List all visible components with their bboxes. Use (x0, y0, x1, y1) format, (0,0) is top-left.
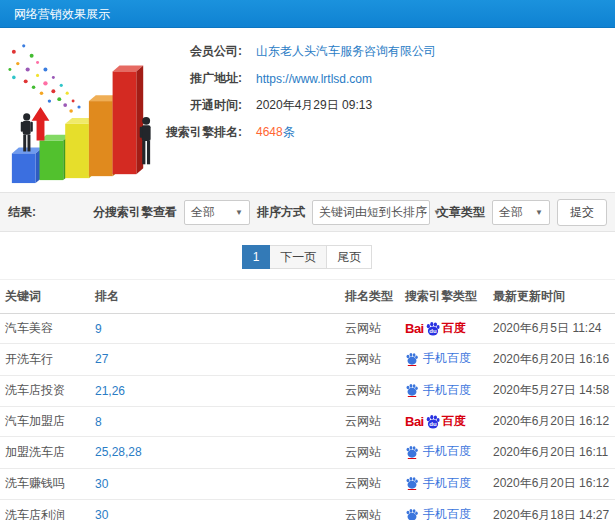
keyword-cell: 洗车店投资 (0, 375, 90, 407)
article-type-select[interactable]: 全部 ▼ (492, 200, 550, 225)
pagination-last-button[interactable]: 尾页 (326, 245, 372, 269)
rank-value-link[interactable]: 27 (95, 352, 108, 366)
rank-type-cell: 云网站 (340, 314, 400, 344)
chevron-down-icon: ▼ (535, 208, 543, 217)
table-row: 加盟洗车店25,28,28云网站手机百度2020年6月20日 16:11 (0, 437, 615, 469)
update-time-cell: 2020年6月20日 16:12 (488, 468, 615, 500)
baidu-paw-icon (405, 508, 419, 520)
col-header-update-time: 最新更新时间 (488, 280, 615, 314)
baidu-paw-icon: du (425, 414, 441, 430)
rank-value-link[interactable]: 30 (95, 477, 108, 491)
engine-type-cell: 手机百度 (400, 344, 488, 376)
mobile-baidu-logo: 手机百度 (405, 443, 471, 460)
keyword-cell: 汽车美容 (0, 314, 90, 344)
sort-value: 关键词由短到长排序 (319, 204, 427, 221)
engine-type-cell: Baidu百度 (400, 314, 488, 344)
engine-filter-label: 分搜索引擎查看 (93, 204, 177, 221)
rank-cell: 9 (90, 314, 340, 344)
table-row: 汽车美容9云网站Baidu百度2020年6月5日 11:24 (0, 314, 615, 344)
rank-value-link[interactable]: 25,28,28 (95, 445, 142, 459)
engine-type-cell: 手机百度 (400, 375, 488, 407)
rank-type-cell: 云网站 (340, 344, 400, 376)
promo-url-label: 推广地址: (160, 70, 242, 87)
baidu-logo: Baidu百度 (405, 320, 466, 337)
engine-rank-label: 搜索引擎排名: (160, 124, 242, 141)
update-time-cell: 2020年5月27日 14:58 (488, 375, 615, 407)
info-section: 会员公司: 山东老人头汽车服务咨询有限公司 推广地址: https://www.… (0, 28, 615, 192)
rank-type-cell: 云网站 (340, 500, 400, 520)
results-table: 关键词 排名 排名类型 搜索引擎类型 最新更新时间 汽车美容9云网站Baidu百… (0, 279, 615, 520)
result-label: 结果: (8, 204, 36, 221)
rank-value-link[interactable]: 9 (95, 322, 102, 336)
update-time-cell: 2020年6月20日 16:11 (488, 437, 615, 469)
engine-rank-count: 4648 (256, 125, 283, 139)
submit-button[interactable]: 提交 (557, 199, 607, 226)
article-type-value: 全部 (499, 204, 523, 221)
rank-cell: 30 (90, 468, 340, 500)
keyword-cell: 开洗车行 (0, 344, 90, 376)
engine-type-cell: Baidu百度 (400, 407, 488, 437)
rank-cell: 25,28,28 (90, 437, 340, 469)
rank-type-cell: 云网站 (340, 468, 400, 500)
open-time-label: 开通时间: (160, 97, 242, 114)
rank-cell: 8 (90, 407, 340, 437)
mobile-baidu-logo: 手机百度 (405, 382, 471, 399)
update-time-cell: 2020年6月20日 16:12 (488, 407, 615, 437)
baidu-paw-icon (405, 445, 419, 459)
sort-label: 排序方式 (257, 204, 305, 221)
rank-value-link[interactable]: 30 (95, 508, 108, 520)
engine-filter-select[interactable]: 全部 ▼ (184, 200, 250, 225)
update-time-cell: 2020年6月5日 11:24 (488, 314, 615, 344)
member-company-label: 会员公司: (160, 43, 242, 60)
table-row: 汽车加盟店8云网站Baidu百度2020年6月20日 16:12 (0, 407, 615, 437)
baidu-paw-icon: du (425, 321, 441, 337)
article-type-label: 文章类型 (437, 204, 485, 221)
baidu-logo: Baidu百度 (405, 413, 466, 430)
mobile-baidu-logo: 手机百度 (405, 475, 471, 492)
filter-controls: 分搜索引擎查看 全部 ▼ 排序方式 关键词由短到长排序 ▼ 文章类型 全部 ▼ … (93, 199, 607, 226)
info-row-engine-rank: 搜索引擎排名: 4648条 (160, 119, 436, 146)
svg-text:du: du (429, 328, 437, 334)
mobile-baidu-logo: 手机百度 (405, 350, 471, 367)
table-row: 洗车店投资21,26云网站手机百度2020年5月27日 14:58 (0, 375, 615, 407)
confetti-dots (8, 44, 80, 113)
baidu-paw-icon (405, 476, 419, 490)
col-header-engine-type: 搜索引擎类型 (400, 280, 488, 314)
rank-cell: 30 (90, 500, 340, 520)
table-row: 洗车店利润30云网站手机百度2020年6月18日 14:27 (0, 500, 615, 520)
pagination: 1 下一页 尾页 (0, 245, 615, 269)
engine-type-cell: 手机百度 (400, 468, 488, 500)
table-row: 洗车赚钱吗30云网站手机百度2020年6月20日 16:12 (0, 468, 615, 500)
page: 网络营销效果展示 (0, 0, 615, 520)
table-body: 汽车美容9云网站Baidu百度2020年6月5日 11:24开洗车行27云网站手… (0, 314, 615, 520)
engine-rank-unit: 条 (283, 125, 295, 139)
update-time-cell: 2020年6月20日 16:16 (488, 344, 615, 376)
rank-value-link[interactable]: 21,26 (95, 384, 125, 398)
table-header-row: 关键词 排名 排名类型 搜索引擎类型 最新更新时间 (0, 280, 615, 314)
table-row: 开洗车行27云网站手机百度2020年6月20日 16:16 (0, 344, 615, 376)
pagination-page-1[interactable]: 1 (242, 245, 271, 269)
sort-select[interactable]: 关键词由短到长排序 ▼ (312, 200, 430, 225)
engine-type-cell: 手机百度 (400, 437, 488, 469)
rank-value-link[interactable]: 8 (95, 415, 102, 429)
promo-url-link[interactable]: https://www.lrtlsd.com (256, 72, 372, 86)
keyword-cell: 洗车赚钱吗 (0, 468, 90, 500)
member-company-link[interactable]: 山东老人头汽车服务咨询有限公司 (256, 44, 436, 58)
rank-cell: 21,26 (90, 375, 340, 407)
company-info: 会员公司: 山东老人头汽车服务咨询有限公司 推广地址: https://www.… (160, 38, 436, 146)
baidu-paw-icon (405, 383, 419, 397)
update-time-cell: 2020年6月18日 14:27 (488, 500, 615, 520)
businessman-left (21, 113, 33, 151)
rank-cell: 27 (90, 344, 340, 376)
keyword-cell: 加盟洗车店 (0, 437, 90, 469)
info-row-url: 推广地址: https://www.lrtlsd.com (160, 65, 436, 92)
chevron-down-icon: ▼ (235, 208, 243, 217)
col-header-rank-type: 排名类型 (340, 280, 400, 314)
rank-type-cell: 云网站 (340, 407, 400, 437)
col-header-keyword: 关键词 (0, 280, 90, 314)
col-header-rank: 排名 (90, 280, 340, 314)
pagination-next-button[interactable]: 下一页 (269, 245, 327, 269)
mobile-baidu-logo: 手机百度 (405, 506, 471, 520)
keyword-cell: 汽车加盟店 (0, 407, 90, 437)
page-title: 网络营销效果展示 (14, 7, 110, 21)
